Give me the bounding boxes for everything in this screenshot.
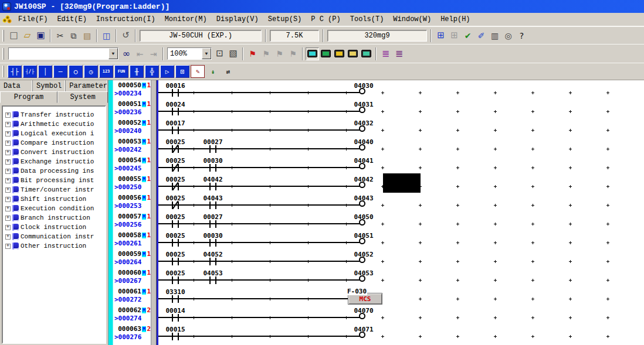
tab-symbol[interactable]: Symbol (33, 80, 66, 91)
tree-item[interactable]: +Communication instr (5, 232, 105, 241)
structure-display-icon[interactable]: ⊞ (434, 29, 448, 42)
rung-step[interactable]: 000063M2 (112, 326, 151, 333)
rung-step[interactable]: 000056M1 (112, 194, 151, 201)
menu-display[interactable]: Display(V) (212, 14, 263, 25)
tool-function-icon[interactable]: FUN (114, 65, 128, 78)
menu-pc[interactable]: P C (P) (306, 14, 345, 25)
tab-system[interactable]: System (57, 91, 108, 103)
contact-no[interactable] (172, 239, 173, 247)
contact-no[interactable] (209, 183, 211, 190)
contact-nc[interactable] (178, 164, 179, 172)
tree-expander-icon[interactable]: + (5, 150, 11, 155)
tree-expander-icon[interactable]: + (5, 131, 11, 136)
toolbar-grip[interactable] (2, 48, 4, 60)
zoom-dropdown-button[interactable]: ▼ (202, 48, 211, 59)
fit-window-icon[interactable]: ⊡ (213, 47, 226, 60)
mdi-document-icon[interactable] (2, 15, 12, 24)
print-preview-icon[interactable]: ◎ (501, 29, 515, 42)
marker-set-icon[interactable]: ⚑ (246, 47, 259, 60)
menu-file[interactable]: File(F) (13, 14, 52, 25)
contact-no[interactable] (209, 220, 211, 228)
tree-item[interactable]: +Exchange instructio (5, 157, 105, 166)
contact-no[interactable] (178, 295, 179, 303)
tree-item[interactable]: +Timer/counter instr (5, 185, 105, 194)
contact-no[interactable] (215, 201, 216, 209)
rung-step[interactable]: 000052M1 (112, 119, 151, 127)
tree-item[interactable]: +Execution condition (5, 204, 105, 213)
contact-no[interactable] (215, 220, 216, 228)
contact-no[interactable] (209, 239, 211, 247)
tool-timer-icon[interactable]: ◷ (84, 65, 98, 78)
contact-no[interactable] (178, 108, 179, 115)
contact-no[interactable] (172, 314, 173, 322)
rung-step[interactable]: 000061M1 (112, 288, 151, 295)
tree-item[interactable]: +Compare instruction (5, 138, 105, 148)
tool-pulse-nc-icon[interactable]: ╬ (145, 65, 159, 78)
option-wand-icon[interactable]: ✐ (474, 29, 488, 42)
contact-no[interactable] (215, 276, 216, 284)
save-icon[interactable]: ▣ (34, 29, 48, 42)
open-folder-icon[interactable]: ▱ (21, 29, 34, 42)
menu-window[interactable]: Window(W) (388, 14, 436, 25)
tree-item[interactable]: +Bit processing inst (5, 176, 105, 185)
contact-no[interactable] (215, 258, 216, 265)
rung-step[interactable]: 000058M1 (112, 232, 151, 239)
rung-step[interactable]: 000053M1 (112, 138, 151, 145)
rung-step[interactable]: 000051M1 (112, 101, 151, 108)
paste-icon[interactable]: ▤ (80, 29, 94, 42)
menu-setup[interactable]: Setup(S) (263, 14, 307, 25)
ladder-canvas[interactable]: 000050M1>0002340001604030000051M1>000236… (109, 80, 644, 345)
contact-no[interactable] (178, 220, 179, 228)
tool-branch-icon[interactable]: ▷ (160, 65, 174, 78)
tree-expander-icon[interactable]: + (5, 225, 11, 230)
contact-no[interactable] (178, 127, 179, 134)
contact-no[interactable] (209, 258, 211, 265)
tool-pulse-contact-icon[interactable]: ╫ (130, 65, 144, 78)
contact-no[interactable] (172, 333, 173, 340)
tree-item[interactable]: +Arithmetic executio (5, 119, 105, 129)
contact-no[interactable] (172, 295, 173, 303)
tool-counter-icon[interactable]: 123 (99, 65, 113, 78)
copy-icon[interactable]: ⧉ (67, 29, 80, 42)
cut-icon[interactable]: ✂ (53, 29, 67, 42)
search-dropdown-button[interactable]: ▼ (109, 48, 118, 59)
tool-contact-no-icon[interactable]: ┤├ (8, 65, 22, 78)
menu-edit[interactable]: Edit(E) (52, 14, 91, 25)
new-document-icon[interactable]: □ (7, 29, 21, 42)
tree-expander-icon[interactable]: + (5, 234, 11, 240)
monitor-trend-icon[interactable] (319, 47, 333, 60)
tree-expander-icon[interactable]: + (5, 244, 11, 249)
tree-item[interactable]: +Other instruction (5, 241, 105, 251)
contact-no[interactable] (215, 239, 216, 247)
search-input[interactable] (9, 48, 109, 59)
tool-merge-icon[interactable]: ↡ (206, 65, 220, 78)
monitor-ladder-icon[interactable] (306, 47, 319, 60)
rung-step[interactable]: 000059M1 (112, 251, 151, 258)
menu-monitor[interactable]: Monitor(M) (160, 14, 212, 25)
tab-program[interactable]: Program (0, 91, 57, 103)
toolbar-grip[interactable] (2, 66, 4, 77)
contact-no[interactable] (209, 201, 211, 209)
menu-instruction[interactable]: Instruction(I) (91, 14, 160, 25)
monitor-data-icon[interactable] (333, 47, 346, 60)
contact-no[interactable] (178, 314, 179, 322)
tool-matrix-icon[interactable]: ⊡ (175, 65, 189, 78)
app-icon[interactable] (2, 2, 11, 11)
tool-contact-nc-icon[interactable]: ┤/├ (23, 65, 37, 78)
contact-no[interactable] (178, 258, 179, 265)
contact-no[interactable] (209, 276, 211, 284)
contact-no[interactable] (172, 108, 173, 115)
tree-item[interactable]: +Logical execution i (5, 129, 105, 138)
contact-no[interactable] (215, 183, 216, 190)
tree-item[interactable]: +Transfer instructio (5, 110, 105, 119)
contact-no[interactable] (178, 89, 179, 97)
contact-no[interactable] (178, 333, 179, 340)
program-transfer-icon[interactable]: ≣ (379, 47, 392, 60)
tree-expander-icon[interactable]: + (5, 159, 11, 165)
tree-item[interactable]: +Branch instruction (5, 213, 105, 223)
scale-window-icon[interactable]: ▧ (226, 47, 240, 60)
tree-expander-icon[interactable]: + (5, 197, 11, 202)
menu-help[interactable]: Help(H) (436, 14, 474, 25)
find-icon[interactable]: ∞ (120, 47, 133, 60)
rung-step[interactable]: 000055M1 (112, 176, 151, 183)
